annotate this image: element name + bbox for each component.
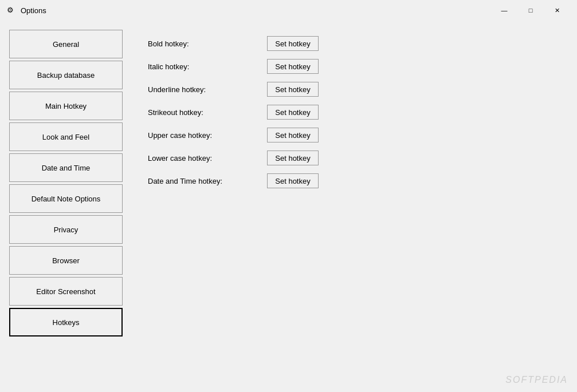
sidebar-btn-privacy[interactable]: Privacy — [9, 215, 123, 244]
set-hotkey-button-6[interactable]: Set hotkey — [267, 173, 319, 188]
main-wrapper: GeneralBackup databaseMain HotkeyLook an… — [0, 21, 577, 392]
window-controls: — □ ✕ — [491, 2, 570, 19]
watermark: SOFTPEDIA — [505, 375, 568, 385]
hotkey-label-0: Bold hotkey: — [148, 39, 262, 48]
set-hotkey-button-0[interactable]: Set hotkey — [267, 36, 319, 51]
app-icon: ⚙ — [7, 6, 16, 15]
hotkey-label-6: Date and Time hotkey: — [148, 177, 262, 185]
set-hotkey-button-1[interactable]: Set hotkey — [267, 59, 319, 74]
set-hotkey-button-3[interactable]: Set hotkey — [267, 105, 319, 120]
hotkey-label-2: Underline hotkey: — [148, 85, 262, 94]
maximize-button[interactable]: □ — [517, 2, 544, 19]
sidebar-btn-default-note-options[interactable]: Default Note Options — [9, 184, 123, 213]
close-button[interactable]: ✕ — [544, 2, 570, 19]
sidebar-btn-editor-screenshot[interactable]: Editor Screenshot — [9, 277, 123, 306]
title-bar: ⚙ Options — □ ✕ — [0, 0, 577, 21]
sidebar-btn-browser[interactable]: Browser — [9, 246, 123, 275]
sidebar-btn-look-and-feel[interactable]: Look and Feel — [9, 122, 123, 151]
set-hotkey-button-5[interactable]: Set hotkey — [267, 151, 319, 165]
sidebar-btn-backup-database[interactable]: Backup database — [9, 61, 123, 89]
sidebar-btn-general[interactable]: General — [9, 30, 123, 58]
main-content: GeneralBackup databaseMain HotkeyLook an… — [0, 21, 577, 392]
sidebar: GeneralBackup databaseMain HotkeyLook an… — [9, 30, 129, 383]
hotkey-row: Strikeout hotkey:Set hotkey — [148, 103, 559, 121]
hotkey-row: Upper case hotkey:Set hotkey — [148, 126, 559, 144]
sidebar-btn-hotkeys[interactable]: Hotkeys — [9, 308, 123, 336]
hotkey-label-1: Italic hotkey: — [148, 62, 262, 71]
hotkey-row: Date and Time hotkey:Set hotkey — [148, 172, 559, 190]
hotkey-label-3: Strikeout hotkey: — [148, 108, 262, 117]
hotkey-label-4: Upper case hotkey: — [148, 131, 262, 140]
hotkey-row: Italic hotkey:Set hotkey — [148, 57, 559, 76]
set-hotkey-button-4[interactable]: Set hotkey — [267, 128, 319, 142]
hotkey-label-5: Lower case hotkey: — [148, 154, 262, 163]
hotkey-row: Underline hotkey:Set hotkey — [148, 80, 559, 98]
content-area: Bold hotkey:Set hotkeyItalic hotkey:Set … — [139, 30, 568, 383]
minimize-button[interactable]: — — [491, 2, 517, 19]
sidebar-btn-main-hotkey[interactable]: Main Hotkey — [9, 92, 123, 120]
hotkey-row: Bold hotkey:Set hotkey — [148, 34, 559, 53]
window-title: Options — [21, 6, 491, 15]
sidebar-btn-date-and-time[interactable]: Date and Time — [9, 153, 123, 182]
set-hotkey-button-2[interactable]: Set hotkey — [267, 82, 319, 97]
hotkey-row: Lower case hotkey:Set hotkey — [148, 149, 559, 167]
